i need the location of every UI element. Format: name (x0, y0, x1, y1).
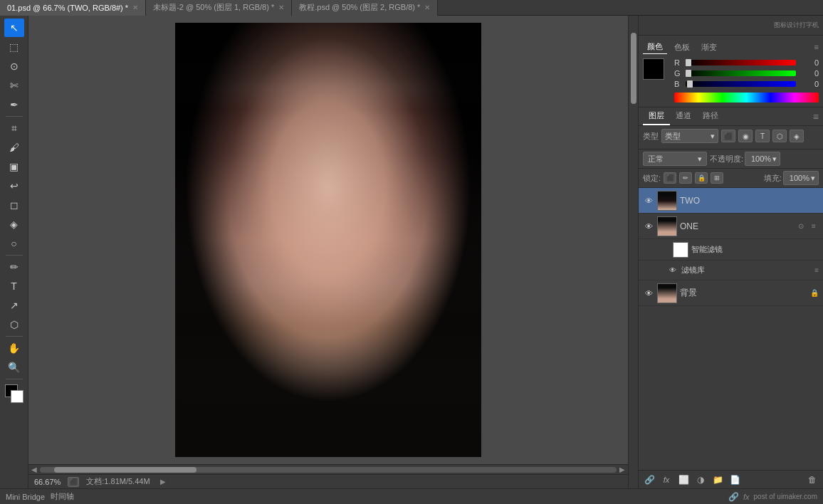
layer-item-one[interactable]: 👁 ONE ⊙ ≡ (639, 214, 823, 239)
add-fx-icon[interactable]: fx (660, 473, 673, 486)
delete-layer-icon[interactable]: 🗑 (806, 473, 819, 486)
pen-tool[interactable]: ✏ (4, 258, 24, 276)
color-panel-menu[interactable]: ≡ (814, 43, 819, 51)
kind-filter-dropdown[interactable]: 类型 ▾ (661, 129, 718, 143)
dodge-tool[interactable]: ○ (4, 234, 24, 253)
tab-close-0[interactable]: ✕ (132, 4, 138, 11)
layers-panel-menu[interactable]: ≡ (813, 111, 819, 122)
h-scroll-track[interactable] (40, 467, 617, 473)
status-arrow[interactable]: ▶ (160, 478, 166, 485)
text-tool[interactable]: T (4, 277, 24, 295)
layer-item-two[interactable]: 👁 TWO (639, 188, 823, 214)
tab-color[interactable]: 颜色 (643, 40, 667, 54)
tab-close-2[interactable]: ✕ (424, 4, 430, 11)
thumb-two (657, 191, 677, 211)
layer-item-bg[interactable]: 👁 背景 🔒 (639, 280, 823, 306)
thumb-one (657, 216, 677, 236)
new-group-icon[interactable]: 📁 (711, 473, 724, 486)
tab-channels[interactable]: 通道 (670, 107, 697, 125)
opacity-input[interactable]: 100% ▾ (745, 152, 780, 166)
new-layer-icon[interactable]: 📄 (728, 473, 741, 486)
blue-slider[interactable] (686, 81, 796, 87)
mini-bridge-label[interactable]: Mini Bridge (6, 493, 45, 501)
red-thumb[interactable] (686, 59, 691, 66)
tab-layers[interactable]: 图层 (643, 107, 670, 125)
add-mask-icon[interactable]: ⬜ (677, 473, 690, 486)
horizontal-scrollbar[interactable]: ◀ ▶ (28, 464, 628, 474)
shape-layer-icon[interactable]: ⬡ (772, 130, 787, 142)
history-tool[interactable]: ↩ (4, 177, 24, 195)
gradient-tool[interactable]: ◈ (4, 215, 24, 233)
marquee-tool[interactable]: ⬚ (4, 38, 24, 56)
tab-swatches[interactable]: 色板 (670, 41, 694, 54)
add-adjustment-icon[interactable]: ◑ (694, 473, 707, 486)
h-scroll-thumb[interactable] (54, 467, 196, 473)
green-thumb[interactable] (686, 70, 691, 77)
scroll-left-arrow[interactable]: ◀ (31, 466, 37, 473)
move-tool[interactable]: ↖ (4, 19, 24, 37)
zoom-tool[interactable]: 🔍 (4, 358, 24, 377)
lock-all-btn[interactable]: 🔒 (695, 172, 708, 184)
scroll-right-arrow[interactable]: ▶ (619, 466, 625, 473)
blue-thumb[interactable] (687, 80, 693, 88)
tab-close-1[interactable]: ✕ (278, 4, 284, 11)
timeline-label[interactable]: 时间轴 (51, 491, 74, 502)
tab-untitled[interactable]: 未标题-2 @ 50% (图层 1, RGB/8) * ✕ (146, 0, 292, 16)
opacity-arrow: ▾ (772, 154, 777, 164)
tab-paths[interactable]: 路径 (697, 107, 724, 125)
path-select-tool[interactable]: ↗ (4, 296, 24, 315)
opacity-label: 不透明度: (710, 154, 743, 164)
layer-name-two: TWO (680, 196, 819, 206)
status-icon[interactable]: ⬛ (68, 477, 79, 487)
lock-position-btn[interactable]: ✏ (679, 172, 692, 184)
smart-layer-icon[interactable]: ◈ (790, 130, 804, 142)
layers-list: 👁 TWO 👁 ONE ⊙ ≡ (639, 188, 823, 470)
shape-tool[interactable]: ⬡ (4, 315, 24, 334)
tab-gradient[interactable]: 渐变 (697, 41, 721, 54)
fx-icon[interactable]: fx (743, 493, 750, 501)
visibility-two[interactable]: 👁 (643, 195, 654, 206)
separator-3 (6, 336, 23, 337)
lock-artboard-btn[interactable]: ⊞ (711, 172, 723, 184)
active-color-swatch[interactable] (643, 58, 664, 80)
visibility-one[interactable]: 👁 (643, 221, 654, 232)
lock-pixels-btn[interactable]: ⬛ (664, 172, 676, 184)
fill-input[interactable]: 100% ▾ (783, 171, 819, 185)
stamp-tool[interactable]: ▣ (4, 157, 24, 176)
hand-tool[interactable]: ✋ (4, 339, 24, 357)
type-layer-icon[interactable]: T (755, 130, 770, 142)
brush-tool[interactable]: 🖌 (4, 138, 24, 157)
eyedropper-tool[interactable]: ✒ (4, 95, 24, 114)
filter-label: 类型 (643, 131, 659, 142)
green-slider[interactable] (686, 70, 796, 76)
layer-name-smart-filter: 智能滤镜 (691, 244, 819, 255)
red-slider[interactable] (686, 60, 796, 65)
vertical-scrollbar[interactable] (628, 16, 638, 488)
panel-logo-text: 图标设计打字机 (774, 21, 819, 30)
blend-mode-dropdown[interactable]: 正常 ▾ (643, 152, 707, 166)
tab-tutorial[interactable]: 教程.psd @ 50% (图层 2, RGB/8) * ✕ (292, 0, 438, 16)
eraser-tool[interactable]: ◻ (4, 196, 24, 214)
heal-tool[interactable]: ⌗ (4, 119, 24, 137)
lasso-tool[interactable]: ⊙ (4, 57, 24, 75)
crop-tool[interactable]: ✄ (4, 76, 24, 95)
color-spectrum[interactable] (674, 93, 819, 103)
adjustment-layer-icon[interactable]: ◉ (738, 130, 753, 142)
color-sliders-area: R 0 G 0 (674, 58, 819, 103)
v-scroll-thumb[interactable] (631, 33, 636, 104)
r-label: R (674, 58, 683, 67)
tab-01psd[interactable]: 01.psd @ 66.7% (TWO, RGB/8#) * ✕ (0, 0, 146, 16)
visibility-bg[interactable]: 👁 (643, 288, 654, 299)
color-content: R 0 G 0 (643, 58, 819, 103)
b-value: 0 (799, 80, 819, 88)
thumb-bg (657, 283, 677, 303)
app-bottom-bar: Mini Bridge 时间轴 🔗 fx post of uimaker.com (0, 488, 823, 504)
background-color[interactable] (11, 390, 23, 403)
link-layers-icon[interactable]: 🔗 (643, 473, 656, 486)
pixel-layer-icon[interactable]: ⬛ (721, 130, 735, 142)
link-icon[interactable]: 🔗 (728, 492, 739, 502)
canvas-container[interactable] (28, 16, 628, 464)
visibility-filter-lib[interactable]: 👁 (667, 265, 678, 276)
lock-label: 锁定: (643, 173, 661, 184)
color-swatch[interactable] (5, 384, 23, 403)
